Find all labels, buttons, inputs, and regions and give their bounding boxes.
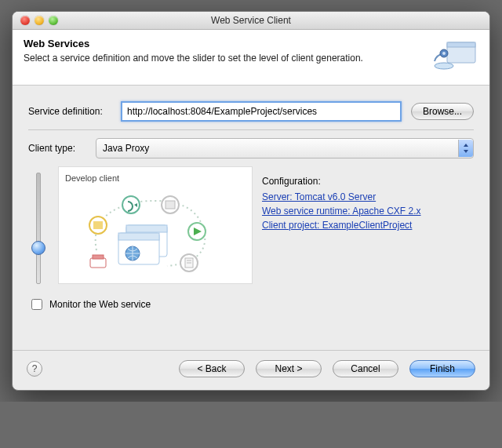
service-definition-input[interactable] [121, 101, 402, 122]
svg-rect-1 [447, 42, 475, 47]
svg-rect-9 [166, 201, 175, 209]
svg-point-2 [435, 63, 453, 69]
client-project-link[interactable]: Client project: ExampleClientProject [262, 220, 421, 231]
client-type-combo[interactable]: Java Proxy [96, 138, 474, 158]
help-icon[interactable]: ? [27, 361, 42, 377]
divider [28, 129, 474, 130]
svg-rect-6 [93, 221, 103, 229]
banner-description: Select a service definition and move the… [24, 53, 363, 65]
configuration-heading: Configuration: [262, 176, 421, 187]
client-type-row: Client type: Java Proxy [28, 138, 474, 158]
generation-level-slider[interactable] [36, 173, 41, 284]
wizard-footer: ? < Back Next > Cancel Finish [13, 350, 489, 390]
next-button[interactable]: Next > [256, 360, 322, 377]
svg-point-4 [442, 52, 446, 55]
svg-rect-15 [90, 258, 106, 268]
stage-preview: Develop client [58, 166, 253, 284]
window-title: Web Service Client [13, 15, 489, 26]
stage-label: Develop client [65, 173, 246, 183]
browse-button[interactable]: Browse... [411, 103, 474, 120]
svg-rect-20 [118, 233, 159, 240]
service-definition-row: Service definition: Browse... [28, 101, 474, 122]
chevron-up-down-icon [458, 140, 473, 157]
lifecycle-diagram-icon [65, 188, 230, 274]
finish-button[interactable]: Finish [409, 360, 475, 377]
titlebar: Web Service Client [13, 12, 489, 30]
service-definition-label: Service definition: [28, 106, 121, 117]
client-type-value: Java Proxy [103, 143, 149, 154]
back-button[interactable]: < Back [179, 360, 245, 377]
server-link[interactable]: Server: Tomcat v6.0 Server [262, 191, 421, 202]
banner-heading: Web Services [24, 38, 363, 49]
monitor-checkbox[interactable] [31, 299, 42, 310]
wizard-banner: Web Services Select a service definition… [13, 30, 489, 86]
svg-rect-16 [93, 255, 104, 259]
slider-thumb[interactable] [31, 241, 45, 255]
cancel-button[interactable]: Cancel [333, 360, 398, 377]
client-type-label: Client type: [28, 143, 96, 154]
runtime-link[interactable]: Web service runtime: Apache CXF 2.x [262, 206, 421, 217]
svg-rect-18 [126, 225, 167, 232]
wizard-window: Web Service Client Web Services Select a… [12, 11, 490, 391]
configuration-panel: Configuration: Server: Tomcat v6.0 Serve… [262, 166, 421, 284]
web-service-icon [433, 38, 478, 77]
monitor-row: Monitor the Web service [28, 297, 474, 312]
monitor-label: Monitor the Web service [49, 299, 151, 310]
